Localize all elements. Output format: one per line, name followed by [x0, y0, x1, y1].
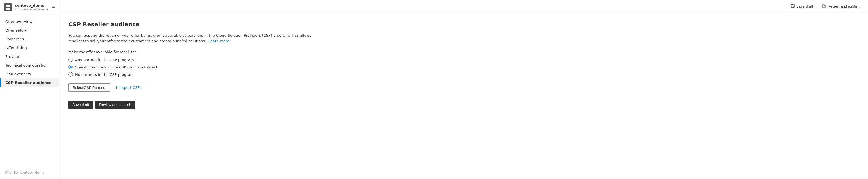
svg-rect-6 [792, 6, 794, 7]
save-draft-button[interactable]: Save draft [68, 101, 93, 109]
save-draft-topbar-label: Save draft [796, 4, 813, 8]
svg-rect-1 [8, 5, 10, 7]
radio-specific-partners[interactable]: Specific partners in the CSP program I s… [68, 65, 859, 69]
radio-no-partners-label: No partners in the CSP program [75, 72, 134, 77]
expand-icon[interactable]: ≡ [52, 5, 55, 9]
sidebar: contoso_demo Software as a Service ≡ Off… [0, 0, 59, 179]
page-title: CSP Reseller audience [68, 21, 859, 28]
sidebar-item-offer-listing[interactable]: Offer listing [0, 43, 59, 52]
save-draft-icon [790, 4, 795, 9]
radio-specific-partners-label: Specific partners in the CSP program I s… [75, 65, 157, 69]
topbar-actions: Save draft Review and publish [789, 3, 861, 10]
import-icon: ↑ [115, 85, 118, 90]
radio-any-partner[interactable]: Any partner in the CSP program [68, 58, 859, 62]
sidebar-item-plan-overview[interactable]: Plan overview [0, 70, 59, 78]
review-publish-topbar-label: Review and publish [828, 4, 860, 8]
svg-rect-0 [6, 5, 8, 7]
import-csps-label: Import CSPs [119, 85, 142, 90]
app-info: contoso_demo Software as a Service [15, 3, 48, 11]
learn-more-link[interactable]: Learn more [209, 39, 229, 43]
offer-id: Offer ID: contoso_demo [0, 168, 59, 179]
radio-specific-partners-input[interactable] [68, 65, 73, 69]
sidebar-item-preview[interactable]: Preview [0, 52, 59, 61]
import-csps-link[interactable]: ↑ Import CSPs [115, 85, 142, 90]
app-subtitle: Software as a Service [15, 8, 48, 11]
main-content: Save draft Review and publish CSP Resell… [59, 0, 868, 179]
review-publish-icon [822, 4, 826, 9]
topbar: Save draft Review and publish [59, 0, 868, 13]
select-csp-partners-button[interactable]: Select CSP Partners [68, 83, 111, 92]
sidebar-item-offer-setup[interactable]: Offer setup [0, 26, 59, 35]
svg-rect-3 [8, 8, 10, 9]
app-name: contoso_demo [15, 3, 48, 8]
sidebar-nav: Offer overview Offer setup Properties Of… [0, 15, 59, 168]
field-label: Make my offer available for resell to* [68, 50, 859, 54]
logo-icon [5, 5, 10, 10]
app-logo [4, 3, 12, 11]
review-publish-topbar-button[interactable]: Review and publish [820, 3, 861, 10]
sidebar-item-properties[interactable]: Properties [0, 35, 59, 43]
review-publish-button[interactable]: Review and publish [95, 101, 135, 109]
description-text: You can expand the reach of your offer b… [68, 33, 323, 44]
radio-group: Any partner in the CSP program Specific … [68, 58, 859, 77]
radio-any-partner-input[interactable] [68, 58, 73, 62]
radio-no-partners[interactable]: No partners in the CSP program [68, 72, 859, 77]
svg-rect-5 [792, 4, 793, 5]
sidebar-item-technical-configuration[interactable]: Technical configuration [0, 61, 59, 70]
required-marker: * [134, 50, 136, 54]
radio-no-partners-input[interactable] [68, 72, 73, 77]
sidebar-header: contoso_demo Software as a Service ≡ [0, 0, 59, 15]
radio-any-partner-label: Any partner in the CSP program [75, 58, 134, 62]
sidebar-item-csp-reseller-audience[interactable]: CSP Reseller audience [0, 78, 59, 87]
content-area: CSP Reseller audience You can expand the… [59, 13, 868, 179]
csp-actions: Select CSP Partners ↑ Import CSPs [68, 83, 859, 92]
bottom-actions: Save draft Review and publish [68, 101, 859, 109]
svg-rect-2 [6, 8, 8, 9]
sidebar-item-offer-overview[interactable]: Offer overview [0, 17, 59, 26]
save-draft-topbar-button[interactable]: Save draft [789, 3, 815, 10]
